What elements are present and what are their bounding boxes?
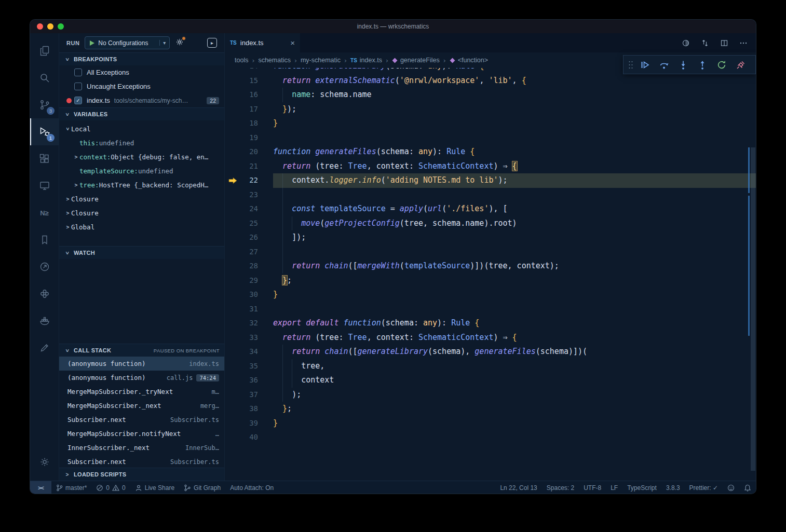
remote-indicator[interactable]: >< <box>30 481 51 494</box>
cursor-position-item[interactable]: Ln 22, Col 13 <box>495 481 541 494</box>
debug-console-icon[interactable]: ▸ <box>207 38 217 48</box>
variable-row[interactable]: >Closure <box>59 206 224 220</box>
code-line[interactable]: 32export default function(schema: any): … <box>225 316 756 331</box>
breakpoint-checkbox[interactable] <box>74 69 82 76</box>
breadcrumb-item[interactable]: my-schematic <box>301 57 341 64</box>
code-line[interactable]: 39} <box>225 416 756 431</box>
compare-changes-icon[interactable] <box>701 39 709 47</box>
code-line[interactable]: 30} <box>225 288 756 302</box>
minimize-window-button[interactable] <box>47 23 53 30</box>
open-changes-icon[interactable] <box>682 39 690 47</box>
breakpoints-header[interactable]: > BREAKPOINTS <box>59 52 224 65</box>
activity-remote-explorer[interactable] <box>30 172 59 199</box>
activity-flower[interactable] <box>30 280 59 307</box>
code-line[interactable]: 16 name: schema.name <box>225 88 756 102</box>
code-line[interactable]: 35 tree, <box>225 359 756 374</box>
activity-source-control[interactable]: 3 <box>30 91 59 118</box>
scrollbar-slider[interactable] <box>751 147 755 471</box>
notifications-item[interactable] <box>739 481 756 494</box>
call-stack-frame[interactable]: (anonymous function)index.ts <box>59 357 224 371</box>
activity-search[interactable] <box>30 64 59 91</box>
indentation-item[interactable]: Spaces: 2 <box>542 481 579 494</box>
activity-snippets[interactable] <box>30 334 59 361</box>
tab-index-ts[interactable]: TS index.ts × <box>225 33 301 52</box>
call-stack-header[interactable]: > CALL STACK PAUSED ON BREAKPOINT <box>59 344 224 357</box>
activity-bookmarks[interactable] <box>30 226 59 253</box>
activity-docker[interactable] <box>30 307 59 334</box>
code-line[interactable]: 29 }; <box>225 274 756 288</box>
watch-header[interactable]: > WATCH <box>59 246 224 259</box>
step-over-button[interactable] <box>654 57 673 73</box>
continue-button[interactable] <box>635 57 654 73</box>
activity-extensions[interactable] <box>30 145 59 172</box>
branch-item[interactable]: master* <box>51 481 91 494</box>
variable-row[interactable]: >Closure <box>59 192 224 206</box>
code-line[interactable]: 22 context.logger.info('adding NOTES.md … <box>225 173 756 188</box>
zoom-window-button[interactable] <box>58 23 64 30</box>
call-stack-frame[interactable]: Subscriber.nextSubscriber.ts <box>59 455 224 469</box>
code-line[interactable]: 34 return chain([generateLibrary(schema)… <box>225 345 756 359</box>
breakpoint-checkbox[interactable] <box>74 83 82 90</box>
code-line[interactable]: 19 <box>225 131 756 145</box>
code-editor[interactable]: 14function generateLibrary(schema: any):… <box>225 68 756 481</box>
code-line[interactable]: 15 return externalSchematic('@nrwl/works… <box>225 74 756 88</box>
drag-handle-icon[interactable] <box>627 60 635 70</box>
breakpoint-checkbox[interactable]: ✓ <box>74 97 82 104</box>
activity-run-debug[interactable]: 1 <box>30 118 59 145</box>
live-share-item[interactable]: Live Share <box>130 481 179 494</box>
auto-attach-item[interactable]: Auto Attach: On <box>225 481 278 494</box>
code-line[interactable]: 20function generateFiles(schema: any): R… <box>225 145 756 159</box>
variable-row[interactable]: >Global <box>59 220 224 234</box>
code-line[interactable]: 18} <box>225 116 756 131</box>
code-line[interactable]: 36 context <box>225 373 756 388</box>
call-stack-frame[interactable]: MergeMapSubscriber._tryNextm… <box>59 385 224 399</box>
eol-item[interactable]: LF <box>606 481 622 494</box>
problems-item[interactable]: 0 0 <box>91 481 130 494</box>
variable-row[interactable]: >Local <box>59 122 224 136</box>
breadcrumb-item-file[interactable]: TS index.ts <box>350 57 382 64</box>
activity-settings[interactable] <box>30 448 59 475</box>
code-line[interactable]: 33 return (tree: Tree, context: Schemati… <box>225 331 756 345</box>
ts-version-item[interactable]: 3.8.3 <box>661 481 685 494</box>
code-line[interactable]: 21 return (tree: Tree, context: Schemati… <box>225 159 756 174</box>
code-line[interactable]: 27 <box>225 245 756 260</box>
breakpoint-item[interactable]: Uncaught Exceptions <box>59 79 224 93</box>
launch-config-dropdown[interactable]: No Configurations ▾ <box>85 36 170 49</box>
configure-gear-button[interactable] <box>175 37 184 48</box>
activity-circle-arrow[interactable] <box>30 253 59 280</box>
code-line[interactable]: 31 <box>225 302 756 317</box>
breadcrumb-item[interactable]: schematics <box>258 57 291 64</box>
code-line[interactable]: 25 move(getProjectConfig(tree, schema.na… <box>225 216 756 231</box>
variable-row[interactable]: >this: undefined <box>59 136 224 150</box>
prettier-item[interactable]: Prettier: ✓ <box>685 481 723 494</box>
code-line[interactable]: 37 ); <box>225 388 756 402</box>
close-tab-icon[interactable]: × <box>290 38 295 47</box>
variable-row[interactable]: >tree: HostTree {_backend: ScopedH… <box>59 178 224 192</box>
encoding-item[interactable]: UTF-8 <box>579 481 606 494</box>
variable-row[interactable]: >templateSource: undefined <box>59 164 224 178</box>
code-line[interactable]: 38 }; <box>225 402 756 416</box>
git-graph-item[interactable]: Git Graph <box>179 481 225 494</box>
activity-explorer[interactable] <box>30 37 59 64</box>
restart-button[interactable] <box>712 57 731 73</box>
loaded-scripts-header[interactable]: > LOADED SCRIPTS <box>59 468 224 481</box>
code-line[interactable]: 17 }); <box>225 102 756 117</box>
more-actions-icon[interactable] <box>739 39 748 47</box>
variable-row[interactable]: >context: Object {debug: false, en… <box>59 150 224 164</box>
code-line[interactable]: 26 ]); <box>225 230 756 245</box>
code-line[interactable]: 40 <box>225 430 756 445</box>
call-stack-frame[interactable]: (anonymous function)call.js74:24 <box>59 371 224 385</box>
split-editor-icon[interactable] <box>720 39 728 47</box>
code-line[interactable]: 24 const templateSource = apply(url('./f… <box>225 202 756 216</box>
title-bar[interactable]: index.ts — wrkschematics <box>30 20 756 33</box>
language-mode-item[interactable]: TypeScript <box>622 481 661 494</box>
step-into-button[interactable] <box>673 57 693 73</box>
activity-nx-console[interactable]: N≥ <box>30 199 59 226</box>
call-stack-frame[interactable]: MergeMapSubscriber.notifyNext… <box>59 427 224 441</box>
variables-header[interactable]: > VARIABLES <box>59 107 224 120</box>
breadcrumb-item-symbol[interactable]: <function> <box>450 57 488 64</box>
close-window-button[interactable] <box>37 23 43 30</box>
breadcrumb-item-symbol[interactable]: generateFiles <box>392 57 440 64</box>
call-stack-frame[interactable]: MergeMapSubscriber._nextmerg… <box>59 399 224 413</box>
call-stack-frame[interactable]: InnerSubscriber._nextInnerSub… <box>59 441 224 455</box>
